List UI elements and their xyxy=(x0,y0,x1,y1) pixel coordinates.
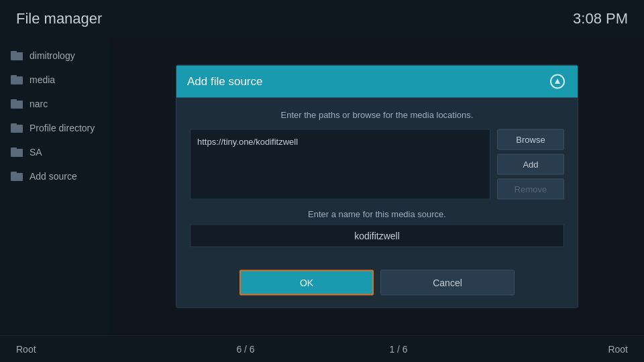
folder-icon xyxy=(11,172,23,181)
sidebar-item-label: dimitrology xyxy=(30,50,75,61)
media-source-name-input[interactable] xyxy=(190,224,564,247)
header: File manager 3:08 PM xyxy=(0,0,644,37)
dialog-body: Enter the paths or browse for the media … xyxy=(176,97,578,269)
url-buttons: Browse Add Remove xyxy=(497,129,564,199)
page-title: File manager xyxy=(16,10,102,27)
name-instruction: Enter a name for this media source. xyxy=(190,208,564,219)
sidebar-item-profile-directory[interactable]: Profile directory xyxy=(0,116,110,140)
folder-icon xyxy=(11,99,23,109)
sidebar-item-add-source[interactable]: Add source xyxy=(0,164,110,188)
sidebar-item-label: SA xyxy=(30,147,42,158)
sidebar-item-label: Add source xyxy=(30,171,77,182)
footer: Root 6 / 6 1 / 6 Root xyxy=(0,335,644,362)
url-list[interactable]: https://tiny.one/kodifitzwell xyxy=(190,129,490,199)
folder-icon xyxy=(11,51,23,60)
folder-icon xyxy=(11,147,23,157)
ok-button[interactable]: OK xyxy=(239,269,374,295)
sidebar-item-dimitrology[interactable]: dimitrology xyxy=(0,44,110,68)
sidebar-item-label: media xyxy=(30,74,55,85)
sidebar: dimitrology media narc Profile directory… xyxy=(0,37,110,335)
footer-center-left: 6 / 6 xyxy=(169,344,322,355)
footer-right: Root xyxy=(475,344,644,355)
browse-button[interactable]: Browse xyxy=(497,129,564,149)
folder-icon xyxy=(11,123,23,133)
folder-icon xyxy=(11,75,23,84)
dialog-header: Add file source xyxy=(176,65,578,97)
url-item[interactable]: https://tiny.one/kodifitzwell xyxy=(197,136,483,146)
dialog-title: Add file source xyxy=(187,74,262,88)
dialog-footer: OK Cancel xyxy=(176,269,578,307)
sidebar-item-label: narc xyxy=(30,99,48,109)
sidebar-item-label: Profile directory xyxy=(30,123,95,133)
footer-left: Root xyxy=(0,344,169,355)
main-content: Add file source Enter the paths or brows… xyxy=(110,37,644,335)
kodi-logo-inner xyxy=(550,74,565,88)
clock: 3:08 PM xyxy=(573,10,628,27)
kodi-logo xyxy=(548,72,567,90)
sidebar-item-sa[interactable]: SA xyxy=(0,140,110,164)
footer-center-right: 1 / 6 xyxy=(322,344,475,355)
paths-instruction: Enter the paths or browse for the media … xyxy=(190,109,564,119)
cancel-button[interactable]: Cancel xyxy=(380,269,515,295)
url-area: https://tiny.one/kodifitzwell Browse Add… xyxy=(190,129,564,199)
add-button[interactable]: Add xyxy=(497,154,564,174)
sidebar-item-narc[interactable]: narc xyxy=(0,92,110,116)
sidebar-item-media[interactable]: media xyxy=(0,68,110,92)
add-file-source-dialog: Add file source Enter the paths or brows… xyxy=(176,64,578,308)
remove-button[interactable]: Remove xyxy=(497,178,564,199)
